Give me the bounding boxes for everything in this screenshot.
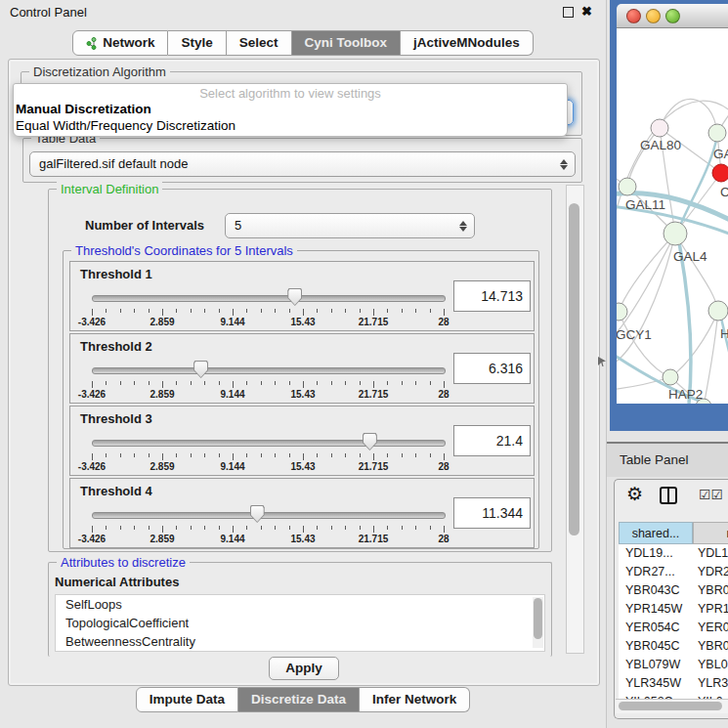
tab-select[interactable]: Select <box>227 30 292 56</box>
float-window-icon[interactable] <box>563 7 574 18</box>
tab-impute-data[interactable]: Impute Data <box>136 687 238 712</box>
attribute-list-item[interactable]: BetweennessCentrality <box>56 632 544 651</box>
option-equal-width-frequency[interactable]: Equal Width/Frequency Discretization <box>16 118 236 133</box>
number-of-intervals-combo[interactable]: 5 <box>225 213 475 238</box>
table-cell[interactable]: YER054C <box>619 619 693 637</box>
table-row[interactable]: YBR043CYBR0 <box>619 581 728 600</box>
close-icon[interactable]: ✖ <box>581 4 592 19</box>
table-cell[interactable]: YDL1 <box>693 544 728 563</box>
thresholds-group-title: Threshold's Coordinates for 5 Intervals <box>71 243 297 258</box>
slider-ticks <box>92 309 444 316</box>
attribute-list-item[interactable]: SelfLoops <box>56 595 544 614</box>
numerical-attributes-list[interactable]: SelfLoopsTopologicalCoefficientBetweenne… <box>55 594 545 652</box>
table-row[interactable]: YDL19...YDL1 <box>619 544 728 563</box>
network-edge-highlighted[interactable] <box>720 314 728 370</box>
table-cell[interactable]: YLR3 <box>693 674 728 693</box>
slider-thumb[interactable] <box>250 505 265 523</box>
minimize-traffic-light[interactable] <box>646 9 661 23</box>
threshold-2-panel: Threshold 2 -3.4262.8599.14415.4321.7152… <box>69 333 535 404</box>
table-cell[interactable]: YDR2 <box>693 563 728 581</box>
table-cell[interactable]: YLR345W <box>619 674 693 693</box>
network-window-titlebar[interactable] <box>617 4 728 28</box>
network-edge[interactable] <box>675 234 718 311</box>
table-cell[interactable]: YDR27... <box>619 563 693 581</box>
option-manual-discretization[interactable]: Manual Discretization <box>16 102 151 116</box>
column-header-shared-name[interactable]: shared... <box>619 522 693 544</box>
table-cell[interactable]: YBR043C <box>619 581 693 600</box>
network-edge-highlighted[interactable] <box>678 136 717 231</box>
network-node-label: C <box>720 185 728 199</box>
threshold-2-value-field[interactable]: 6.316 <box>453 353 531 384</box>
network-canvas[interactable]: GAL80GACGAL11GAL4GCY1HHAP2 <box>617 28 728 404</box>
list-scrollbar[interactable] <box>533 597 543 648</box>
network-node-h[interactable] <box>708 301 728 321</box>
network-node-c[interactable] <box>712 164 728 182</box>
threshold-4-value-field[interactable]: 11.344 <box>453 497 531 529</box>
threshold-1-value-field[interactable]: 14.713 <box>453 280 531 312</box>
table-row[interactable]: YBL079WYBL0 <box>619 656 728 674</box>
table-data-group: Table Data galFiltered.sif default node <box>22 138 582 183</box>
slider-thumb[interactable] <box>363 433 377 450</box>
table-row[interactable]: YDR27...YDR2 <box>619 563 728 581</box>
table-cell[interactable]: YER0 <box>693 619 728 637</box>
table-row[interactable]: YLR345WYLR3 <box>619 674 728 693</box>
apply-button[interactable]: Apply <box>269 657 339 680</box>
zoom-traffic-light[interactable] <box>665 9 680 23</box>
combo-stepper-icon[interactable] <box>558 152 570 176</box>
gear-icon[interactable]: ⚙ <box>626 485 643 503</box>
network-node-gal80[interactable] <box>651 119 668 137</box>
network-edge[interactable] <box>704 311 718 404</box>
slider-thumb[interactable] <box>287 288 302 306</box>
column-checkboxes-icon[interactable]: ☑☑ <box>699 487 723 502</box>
table-cell[interactable]: YBR0 <box>693 581 728 600</box>
table-cell[interactable]: YPR1 <box>693 600 728 619</box>
slider-ticks <box>92 526 444 533</box>
slider-axis-labels: -3.4262.8599.14415.4321.71528 <box>92 534 444 544</box>
tab-network[interactable]: Network <box>72 30 168 56</box>
threshold-3-value-field[interactable]: 21.4 <box>453 425 531 456</box>
table-cell[interactable]: YBL079W <box>619 656 693 674</box>
table-cell[interactable]: YBR045C <box>619 637 693 656</box>
table-cell[interactable]: YBL0 <box>693 656 728 674</box>
table-cell[interactable]: YPR145W <box>619 600 693 619</box>
table-row[interactable]: YER054CYER0 <box>619 619 728 637</box>
tab-discretize-data[interactable]: Discretize Data <box>238 687 360 712</box>
threshold-1-slider[interactable] <box>92 286 444 308</box>
network-node-hap2[interactable] <box>663 369 678 385</box>
close-traffic-light[interactable] <box>626 9 641 23</box>
axis-tick-label: 2.859 <box>150 534 174 544</box>
table-row[interactable]: YBR045CYBR0 <box>619 637 728 656</box>
table-cell[interactable]: YDL19... <box>619 544 693 563</box>
network-node-gcy1[interactable] <box>617 303 627 321</box>
table-horizontal-scrollbar[interactable] <box>616 699 728 713</box>
scrollbar-thumb[interactable] <box>619 702 722 710</box>
network-node-ga[interactable] <box>708 124 726 142</box>
threshold-4-slider[interactable] <box>92 503 444 525</box>
table-data-combo[interactable]: galFiltered.sif default node <box>29 151 576 177</box>
tab-style[interactable]: Style <box>168 30 226 56</box>
app-window: Control Panel ✖ Network Style Select Cyn… <box>0 0 728 728</box>
network-edge[interactable] <box>617 234 675 339</box>
panel-scrollbar[interactable] <box>566 185 584 654</box>
combo-stepper-icon[interactable] <box>457 214 469 237</box>
threshold-2-slider[interactable] <box>92 359 444 380</box>
table-cell[interactable]: YBR0 <box>693 637 728 656</box>
column-header-name[interactable]: n <box>693 522 728 544</box>
scrollbar-thumb[interactable] <box>569 203 579 535</box>
tab-jactivemnodules[interactable]: jActiveMNodules <box>401 30 534 56</box>
split-view-icon[interactable] <box>660 487 677 504</box>
slider-thumb[interactable] <box>193 361 208 378</box>
threshold-3-slider[interactable] <box>92 431 444 452</box>
attribute-list-item[interactable]: TopologicalCoefficient <box>56 614 544 632</box>
network-edge[interactable] <box>619 234 675 312</box>
network-node-gal11[interactable] <box>619 178 636 195</box>
panel-title: Control Panel <box>10 5 87 20</box>
tab-cyni-toolbox[interactable]: Cyni Toolbox <box>292 30 402 56</box>
table-panel-titlebar: Table Panel <box>607 442 728 477</box>
network-edge[interactable] <box>627 128 660 187</box>
table-row[interactable]: YPR145WYPR1 <box>619 600 728 619</box>
network-node-label: GAL4 <box>673 249 707 264</box>
network-edge[interactable] <box>617 234 675 365</box>
network-node-gal4[interactable] <box>664 222 687 245</box>
tab-infer-network[interactable]: Infer Network <box>360 687 470 712</box>
